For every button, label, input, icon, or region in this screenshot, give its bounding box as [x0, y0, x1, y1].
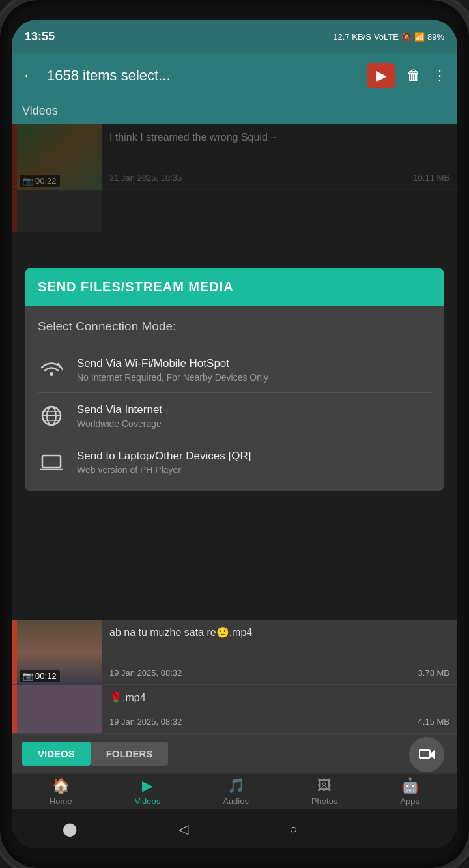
- more-options-button[interactable]: ⋮: [433, 67, 447, 84]
- video-info-2: ab na tu muzhe sata re🙁.mp4 19 Jan 2025,…: [102, 620, 457, 684]
- selection-indicator-2: [12, 620, 17, 684]
- audios-icon: 🎵: [227, 777, 245, 794]
- video-size-3: 4.15 MB: [418, 717, 449, 727]
- laptop-icon: [38, 448, 65, 476]
- video-list-area: 📷 00:22 I think I streamed the wrong Squ…: [12, 124, 457, 620]
- filter-tab-folders[interactable]: FOLDERS: [91, 742, 169, 766]
- video-meta-3: 19 Jan 2025, 08:32 4.15 MB: [109, 717, 449, 727]
- back-button[interactable]: ←: [22, 67, 36, 84]
- modal-header: SEND FILES/STREAM MEDIA: [25, 268, 444, 306]
- globe-icon: [38, 402, 65, 429]
- video-thumbnail-3: [17, 685, 102, 734]
- selection-title: 1658 items select...: [47, 67, 357, 84]
- wifi-option-title: Send Via Wi-Fi/Mobile HotSpot: [77, 357, 268, 370]
- video-info-3: 🌹.mp4 19 Jan 2025, 08:32 4.15 MB: [102, 685, 457, 733]
- modal-title: SEND FILES/STREAM MEDIA: [38, 280, 234, 294]
- tab-photos[interactable]: 🖼 Photos: [304, 775, 345, 809]
- sys-nav-home[interactable]: ○: [289, 822, 297, 837]
- laptop-option-text: Send to Laptop/Other Devices [QR] Web ve…: [77, 450, 251, 475]
- svg-rect-4: [42, 456, 61, 467]
- sys-nav-back[interactable]: ◁: [178, 821, 188, 837]
- svg-line-0: [58, 363, 63, 371]
- filter-tab-videos[interactable]: VIDEOS: [22, 742, 91, 766]
- volte-icon: VoLTE: [374, 32, 399, 42]
- video-title-3: 🌹.mp4: [109, 691, 449, 705]
- video-meta-2: 19 Jan 2025, 08:32 3.78 MB: [109, 668, 449, 678]
- video-thumbnail-2: 📷 00:12: [17, 620, 102, 685]
- connection-option-wifi[interactable]: Send Via Wi-Fi/Mobile HotSpot No Interne…: [38, 347, 431, 393]
- tab-audios[interactable]: 🎵 Audios: [215, 775, 257, 809]
- bottom-navigation: 🏠 Home ▶ Videos 🎵 Audios 🖼 Photos 🤖: [12, 773, 457, 809]
- sys-nav-recents[interactable]: □: [399, 822, 406, 837]
- delete-button[interactable]: 🗑: [406, 67, 421, 84]
- apps-icon: 🤖: [401, 777, 419, 794]
- status-bar: 13:55 12.7 KB/S VoLTE 🔕 📶 89%: [12, 20, 457, 53]
- camera-icon-2: 📷: [23, 671, 33, 681]
- tab-apps-label: Apps: [400, 796, 419, 806]
- video-item-2[interactable]: 📷 00:12 ab na tu muzhe sata re🙁.mp4 19 J…: [12, 620, 457, 685]
- tab-home[interactable]: 🏠 Home: [42, 775, 80, 809]
- mute-icon: 🔕: [401, 32, 412, 42]
- connection-option-internet[interactable]: Send Via Internet Worldwide Coverage: [38, 393, 431, 439]
- home-icon: 🏠: [52, 777, 70, 794]
- send-button[interactable]: ▶: [367, 63, 395, 88]
- status-time: 13:55: [25, 30, 55, 44]
- video-duration-2: 📷 00:12: [20, 670, 60, 682]
- video-size-2: 3.78 MB: [418, 668, 449, 678]
- battery-icon: 89%: [427, 32, 444, 42]
- svg-rect-6: [419, 750, 430, 758]
- status-icons: 12.7 KB/S VoLTE 🔕 📶 89%: [333, 32, 444, 42]
- thumb-image-3: [17, 685, 102, 734]
- send-icon: ▶: [376, 67, 387, 84]
- modal-subtitle: Select Connection Mode:: [38, 319, 431, 334]
- modal-overlay: SEND FILES/STREAM MEDIA Select Connectio…: [12, 124, 457, 620]
- bottom-area: 📷 00:12 ab na tu muzhe sata re🙁.mp4 19 J…: [12, 620, 457, 848]
- modal-card: SEND FILES/STREAM MEDIA Select Connectio…: [25, 268, 444, 491]
- tab-videos[interactable]: ▶ Videos: [127, 775, 169, 809]
- signal-icon: 📶: [414, 32, 425, 42]
- internet-option-text: Send Via Internet Worldwide Coverage: [77, 403, 162, 429]
- filter-tabs-bar: VIDEOS FOLDERS: [12, 734, 457, 773]
- video-item-3[interactable]: 🌹.mp4 19 Jan 2025, 08:32 4.15 MB: [12, 685, 457, 734]
- tab-videos-label: Videos: [135, 796, 161, 806]
- wifi-option-text: Send Via Wi-Fi/Mobile HotSpot No Interne…: [77, 357, 268, 383]
- wifi-icon: [38, 356, 65, 383]
- tab-photos-label: Photos: [311, 796, 337, 806]
- phone-frame: 13:55 12.7 KB/S VoLTE 🔕 📶 89% ← 1658 ite…: [0, 0, 469, 868]
- cast-fab-button[interactable]: [409, 737, 444, 772]
- videos-icon: ▶: [142, 777, 153, 794]
- tab-apps[interactable]: 🤖 Apps: [392, 775, 427, 809]
- laptop-option-desc: Web version of PH Player: [77, 465, 251, 475]
- internet-option-title: Send Via Internet: [77, 403, 162, 416]
- speed-indicator: 12.7 KB/S: [333, 32, 371, 42]
- video-date-3: 19 Jan 2025, 08:32: [109, 717, 182, 727]
- internet-option-desc: Worldwide Coverage: [77, 418, 162, 429]
- wifi-option-desc: No Internet Required, For Nearby Devices…: [77, 372, 268, 383]
- photos-icon: 🖼: [317, 777, 332, 794]
- tab-home-label: Home: [50, 796, 72, 806]
- video-title-2: ab na tu muzhe sata re🙁.mp4: [109, 626, 449, 640]
- modal-body: Select Connection Mode:: [25, 306, 444, 491]
- connection-option-laptop[interactable]: Send to Laptop/Other Devices [QR] Web ve…: [38, 439, 431, 485]
- tab-audios-label: Audios: [223, 796, 249, 806]
- phone-screen: 13:55 12.7 KB/S VoLTE 🔕 📶 89% ← 1658 ite…: [12, 20, 457, 848]
- top-bar: ← 1658 items select... ▶ 🗑 ⋮: [12, 53, 457, 98]
- section-header: Videos: [12, 98, 457, 124]
- sys-nav-circle[interactable]: ⬤: [63, 821, 77, 837]
- system-navigation: ⬤ ◁ ○ □: [12, 809, 457, 848]
- selection-indicator-3: [12, 685, 17, 733]
- section-label: Videos: [22, 104, 58, 117]
- top-bar-actions: ▶ 🗑 ⋮: [367, 63, 447, 88]
- laptop-option-title: Send to Laptop/Other Devices [QR]: [77, 450, 251, 463]
- video-date-2: 19 Jan 2025, 08:32: [109, 668, 182, 678]
